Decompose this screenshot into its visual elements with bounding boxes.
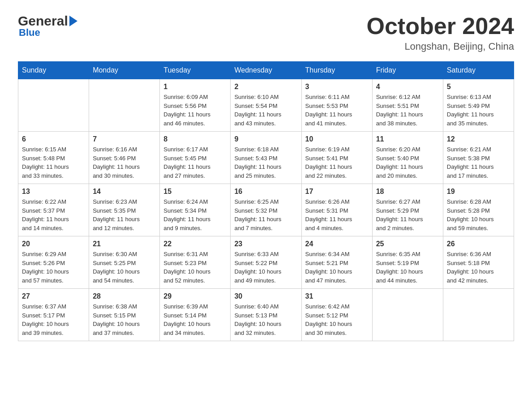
day-number: 3	[305, 83, 369, 91]
day-number: 30	[234, 292, 297, 300]
day-number: 22	[163, 240, 227, 248]
calendar-week-row: 27Sunrise: 6:37 AM Sunset: 5:17 PM Dayli…	[18, 289, 514, 341]
calendar-cell: 31Sunrise: 6:42 AM Sunset: 5:12 PM Dayli…	[301, 289, 372, 341]
calendar-cell	[372, 289, 443, 341]
day-info: Sunrise: 6:18 AM Sunset: 5:43 PM Dayligh…	[234, 145, 297, 180]
logo-area: General Blue	[18, 13, 79, 38]
day-number: 26	[447, 240, 510, 248]
day-number: 31	[305, 292, 369, 300]
calendar-cell: 23Sunrise: 6:33 AM Sunset: 5:22 PM Dayli…	[231, 236, 301, 289]
logo-blue: Blue	[19, 27, 79, 38]
calendar-cell: 1Sunrise: 6:09 AM Sunset: 5:56 PM Daylig…	[160, 79, 231, 132]
day-info: Sunrise: 6:26 AM Sunset: 5:31 PM Dayligh…	[305, 197, 369, 232]
calendar-cell: 25Sunrise: 6:35 AM Sunset: 5:19 PM Dayli…	[372, 236, 443, 289]
calendar-cell: 2Sunrise: 6:10 AM Sunset: 5:54 PM Daylig…	[231, 79, 301, 132]
day-number: 20	[22, 240, 85, 248]
calendar-cell: 9Sunrise: 6:18 AM Sunset: 5:43 PM Daylig…	[231, 132, 301, 184]
calendar-cell: 4Sunrise: 6:12 AM Sunset: 5:51 PM Daylig…	[372, 79, 443, 132]
calendar-cell: 26Sunrise: 6:36 AM Sunset: 5:18 PM Dayli…	[443, 236, 514, 289]
calendar-cell: 14Sunrise: 6:23 AM Sunset: 5:35 PM Dayli…	[89, 184, 160, 236]
calendar-cell: 13Sunrise: 6:22 AM Sunset: 5:37 PM Dayli…	[18, 184, 89, 236]
calendar-cell: 3Sunrise: 6:11 AM Sunset: 5:53 PM Daylig…	[301, 79, 372, 132]
day-info: Sunrise: 6:09 AM Sunset: 5:56 PM Dayligh…	[163, 93, 227, 128]
day-info: Sunrise: 6:35 AM Sunset: 5:19 PM Dayligh…	[376, 250, 439, 285]
month-title: October 2024	[367, 13, 515, 39]
calendar-header-row: SundayMondayTuesdayWednesdayThursdayFrid…	[18, 62, 514, 79]
calendar-week-row: 13Sunrise: 6:22 AM Sunset: 5:37 PM Dayli…	[18, 184, 514, 236]
day-info: Sunrise: 6:36 AM Sunset: 5:18 PM Dayligh…	[447, 250, 510, 285]
location-title: Longshan, Beijing, China	[367, 41, 515, 52]
logo-arrow-icon	[69, 16, 77, 26]
calendar-cell: 22Sunrise: 6:31 AM Sunset: 5:23 PM Dayli…	[160, 236, 231, 289]
calendar-cell: 11Sunrise: 6:20 AM Sunset: 5:40 PM Dayli…	[372, 132, 443, 184]
day-info: Sunrise: 6:33 AM Sunset: 5:22 PM Dayligh…	[234, 250, 297, 285]
calendar-header-saturday: Saturday	[443, 62, 514, 79]
day-number: 8	[163, 135, 227, 143]
page-header: General Blue October 2024 Longshan, Beij…	[18, 13, 514, 52]
day-number: 27	[22, 292, 85, 300]
day-number: 1	[163, 83, 227, 91]
calendar-cell: 12Sunrise: 6:21 AM Sunset: 5:38 PM Dayli…	[443, 132, 514, 184]
day-number: 21	[93, 240, 156, 248]
calendar-cell	[443, 289, 514, 341]
day-number: 12	[447, 135, 510, 143]
day-number: 29	[163, 292, 227, 300]
calendar-cell: 7Sunrise: 6:16 AM Sunset: 5:46 PM Daylig…	[89, 132, 160, 184]
calendar-week-row: 20Sunrise: 6:29 AM Sunset: 5:26 PM Dayli…	[18, 236, 514, 289]
day-number: 10	[305, 135, 369, 143]
day-info: Sunrise: 6:42 AM Sunset: 5:12 PM Dayligh…	[305, 302, 369, 337]
day-number: 15	[163, 188, 227, 196]
day-info: Sunrise: 6:30 AM Sunset: 5:25 PM Dayligh…	[93, 250, 156, 285]
day-info: Sunrise: 6:21 AM Sunset: 5:38 PM Dayligh…	[447, 145, 510, 180]
day-info: Sunrise: 6:38 AM Sunset: 5:15 PM Dayligh…	[93, 302, 156, 337]
day-info: Sunrise: 6:20 AM Sunset: 5:40 PM Dayligh…	[376, 145, 439, 180]
day-info: Sunrise: 6:19 AM Sunset: 5:41 PM Dayligh…	[305, 145, 369, 180]
calendar-cell: 16Sunrise: 6:25 AM Sunset: 5:32 PM Dayli…	[231, 184, 301, 236]
calendar-header-wednesday: Wednesday	[231, 62, 301, 79]
day-number: 16	[234, 188, 297, 196]
calendar-week-row: 6Sunrise: 6:15 AM Sunset: 5:48 PM Daylig…	[18, 132, 514, 184]
day-info: Sunrise: 6:37 AM Sunset: 5:17 PM Dayligh…	[22, 302, 85, 337]
day-number: 5	[447, 83, 510, 91]
day-number: 19	[447, 188, 510, 196]
day-number: 13	[22, 188, 85, 196]
calendar-cell: 30Sunrise: 6:40 AM Sunset: 5:13 PM Dayli…	[231, 289, 301, 341]
logo-general: General	[18, 13, 68, 28]
title-area: October 2024 Longshan, Beijing, China	[367, 13, 515, 52]
calendar-header-monday: Monday	[89, 62, 160, 79]
day-number: 18	[376, 188, 439, 196]
calendar-header-thursday: Thursday	[301, 62, 372, 79]
day-info: Sunrise: 6:22 AM Sunset: 5:37 PM Dayligh…	[22, 197, 85, 232]
day-number: 6	[22, 135, 85, 143]
day-info: Sunrise: 6:17 AM Sunset: 5:45 PM Dayligh…	[163, 145, 227, 180]
calendar-cell: 5Sunrise: 6:13 AM Sunset: 5:49 PM Daylig…	[443, 79, 514, 132]
day-info: Sunrise: 6:28 AM Sunset: 5:28 PM Dayligh…	[447, 197, 510, 232]
day-number: 25	[376, 240, 439, 248]
calendar-cell: 24Sunrise: 6:34 AM Sunset: 5:21 PM Dayli…	[301, 236, 372, 289]
day-number: 24	[305, 240, 369, 248]
day-number: 4	[376, 83, 439, 91]
day-number: 17	[305, 188, 369, 196]
day-info: Sunrise: 6:24 AM Sunset: 5:34 PM Dayligh…	[163, 197, 227, 232]
day-number: 28	[93, 292, 156, 300]
calendar-header-friday: Friday	[372, 62, 443, 79]
day-info: Sunrise: 6:40 AM Sunset: 5:13 PM Dayligh…	[234, 302, 297, 337]
day-info: Sunrise: 6:39 AM Sunset: 5:14 PM Dayligh…	[163, 302, 227, 337]
day-info: Sunrise: 6:16 AM Sunset: 5:46 PM Dayligh…	[93, 145, 156, 180]
calendar-cell: 6Sunrise: 6:15 AM Sunset: 5:48 PM Daylig…	[18, 132, 89, 184]
calendar-cell: 17Sunrise: 6:26 AM Sunset: 5:31 PM Dayli…	[301, 184, 372, 236]
day-info: Sunrise: 6:13 AM Sunset: 5:49 PM Dayligh…	[447, 93, 510, 128]
day-number: 7	[93, 135, 156, 143]
calendar-cell: 10Sunrise: 6:19 AM Sunset: 5:41 PM Dayli…	[301, 132, 372, 184]
calendar-cell	[89, 79, 160, 132]
day-info: Sunrise: 6:12 AM Sunset: 5:51 PM Dayligh…	[376, 93, 439, 128]
calendar-cell: 27Sunrise: 6:37 AM Sunset: 5:17 PM Dayli…	[18, 289, 89, 341]
calendar-cell: 29Sunrise: 6:39 AM Sunset: 5:14 PM Dayli…	[160, 289, 231, 341]
day-info: Sunrise: 6:29 AM Sunset: 5:26 PM Dayligh…	[22, 250, 85, 285]
day-info: Sunrise: 6:25 AM Sunset: 5:32 PM Dayligh…	[234, 197, 297, 232]
calendar-cell: 21Sunrise: 6:30 AM Sunset: 5:25 PM Dayli…	[89, 236, 160, 289]
day-info: Sunrise: 6:10 AM Sunset: 5:54 PM Dayligh…	[234, 93, 297, 128]
day-number: 23	[234, 240, 297, 248]
day-number: 14	[93, 188, 156, 196]
day-info: Sunrise: 6:31 AM Sunset: 5:23 PM Dayligh…	[163, 250, 227, 285]
